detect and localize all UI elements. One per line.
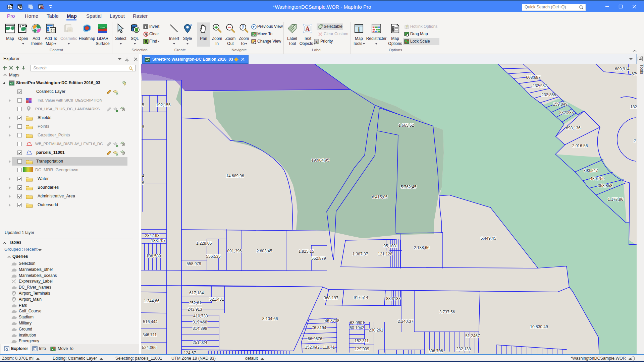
- svg-text:i: i: [358, 26, 360, 33]
- svg-text:5: 5: [142, 103, 144, 107]
- svg-text:4: 4: [142, 174, 144, 178]
- svg-text:2: 2: [634, 138, 636, 143]
- svg-text:?: ?: [241, 24, 245, 30]
- svg-text:917,514: 917,514: [354, 295, 368, 300]
- svg-text:133,707: 133,707: [151, 238, 166, 243]
- svg-text:1.177,86: 1.177,86: [608, 197, 624, 202]
- svg-text:192,155: 192,155: [156, 103, 171, 107]
- svg-text:63,0901: 63,0901: [350, 320, 365, 325]
- svg-text:46,8738: 46,8738: [325, 318, 339, 323]
- svg-text:182.: 182.: [630, 105, 637, 109]
- svg-text:5.762,45: 5.762,45: [401, 185, 417, 189]
- svg-text:698,136: 698,136: [566, 126, 581, 130]
- svg-text:3.737,56: 3.737,56: [439, 310, 455, 314]
- svg-text:368,197: 368,197: [324, 296, 338, 300]
- svg-text:358,858: 358,858: [598, 183, 612, 188]
- svg-text:306,706: 306,706: [428, 349, 443, 353]
- svg-text:230,261: 230,261: [369, 328, 383, 333]
- svg-text:2.603,45: 2.603,45: [257, 249, 272, 253]
- svg-text:6.415,05: 6.415,05: [372, 195, 388, 199]
- svg-text:8: 8: [142, 124, 144, 129]
- svg-text:679: 679: [632, 72, 637, 76]
- svg-text:232,138: 232,138: [456, 347, 471, 351]
- svg-text:A: A: [306, 25, 310, 32]
- svg-text:1.344,66: 1.344,66: [144, 299, 160, 303]
- svg-text:556,535: 556,535: [206, 254, 221, 259]
- svg-text:319,468: 319,468: [193, 320, 207, 324]
- svg-text:2.138,66: 2.138,66: [414, 245, 430, 250]
- svg-text:118,71: 118,71: [323, 345, 335, 350]
- svg-text:558,979: 558,979: [186, 261, 201, 266]
- svg-text:83,3133: 83,3133: [386, 296, 401, 301]
- svg-text:2.240,37: 2.240,37: [398, 319, 414, 324]
- svg-text:14.689,96: 14.689,96: [226, 174, 244, 178]
- svg-text:617,184: 617,184: [189, 291, 204, 295]
- svg-text:76,8194: 76,8194: [312, 325, 326, 330]
- svg-text:232,855: 232,855: [541, 93, 556, 97]
- svg-text:129,009: 129,009: [355, 347, 369, 351]
- svg-text:521,431: 521,431: [209, 297, 224, 302]
- svg-text:19.984,95: 19.984,95: [311, 158, 329, 163]
- svg-text:10.830,49: 10.830,49: [530, 324, 548, 329]
- svg-text:66,9676: 66,9676: [308, 337, 322, 341]
- svg-text:232,282: 232,282: [532, 83, 547, 88]
- svg-text:346,711: 346,711: [143, 333, 157, 337]
- svg-text:608,687: 608,687: [526, 75, 541, 80]
- svg-text:552,879: 552,879: [311, 256, 326, 261]
- svg-text:51,2467: 51,2467: [465, 334, 480, 338]
- svg-text:6.449,45: 6.449,45: [481, 236, 496, 241]
- svg-text:152,042: 152,042: [305, 345, 320, 350]
- svg-text:430,759: 430,759: [590, 176, 605, 181]
- svg-text:393,247: 393,247: [583, 168, 598, 173]
- svg-text:8.104,66: 8.104,66: [262, 316, 278, 321]
- svg-text:1.825,15: 1.825,15: [299, 249, 314, 254]
- svg-text:891,396: 891,396: [227, 249, 242, 253]
- svg-text:60,1942: 60,1942: [350, 325, 364, 330]
- svg-text:2.016,56: 2.016,56: [572, 143, 588, 148]
- svg-text:95,1031: 95,1031: [383, 244, 398, 248]
- svg-text:1.665,62: 1.665,62: [398, 123, 414, 128]
- svg-text:524,066: 524,066: [142, 345, 157, 350]
- svg-text:252,61: 252,61: [189, 301, 202, 305]
- svg-text:516,444: 516,444: [143, 319, 158, 324]
- svg-text:314,398: 314,398: [193, 326, 207, 331]
- svg-text:1.228,06: 1.228,06: [196, 241, 212, 246]
- svg-text:251,024: 251,024: [193, 340, 207, 345]
- svg-text:284,193: 284,193: [145, 233, 160, 238]
- svg-text:186,589: 186,589: [146, 254, 161, 258]
- svg-text:689,914: 689,914: [615, 67, 630, 71]
- svg-text:152,311: 152,311: [355, 339, 369, 343]
- svg-text:121,128: 121,128: [378, 252, 392, 256]
- svg-text:410,733: 410,733: [193, 314, 208, 318]
- svg-text:159,849: 159,849: [553, 102, 568, 107]
- svg-text:232,283: 232,283: [559, 110, 574, 115]
- svg-text:1.387,37: 1.387,37: [353, 252, 368, 256]
- svg-text:6: 6: [142, 181, 144, 185]
- svg-text:243,913: 243,913: [187, 307, 202, 312]
